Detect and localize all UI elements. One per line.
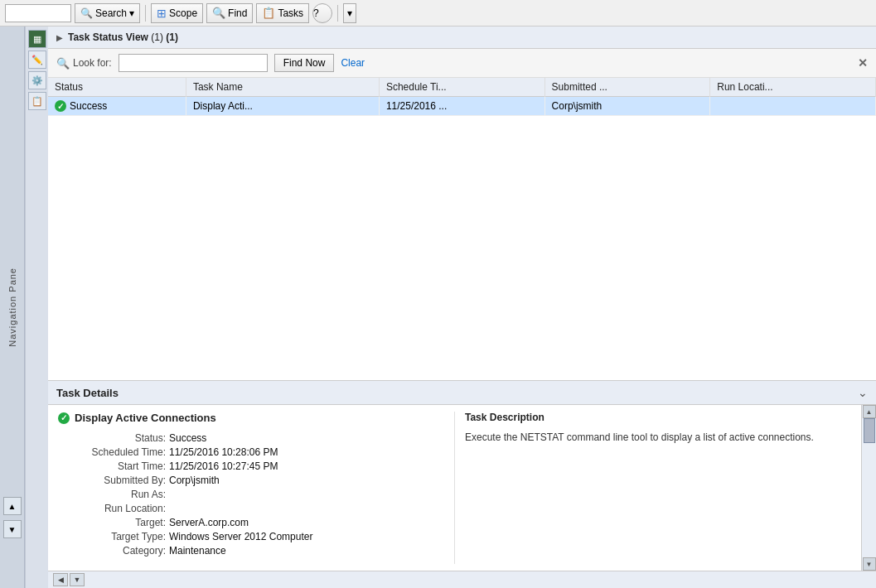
find-input[interactable] xyxy=(119,54,268,72)
collapse-arrow[interactable]: ⌄ xyxy=(858,386,868,399)
target-value: ServerA.corp.com xyxy=(169,517,444,528)
task-detail-title: Display Active Connections xyxy=(75,412,216,424)
task-desc-title: Task Description xyxy=(465,412,851,423)
task-details-content: ✓ Display Active Connections Status: Suc… xyxy=(48,405,861,571)
sidebar-icons: ▦ ✏️ ⚙️ 📋 xyxy=(25,27,48,588)
task-info-left: ✓ Display Active Connections Status: Suc… xyxy=(48,412,454,564)
table-row[interactable]: ✓ Success Display Acti... 11/25/2016 ...… xyxy=(48,97,876,116)
task-details-body: ✓ Display Active Connections Status: Suc… xyxy=(48,405,876,571)
submitted-by-value: Corp\jsmith xyxy=(169,475,444,486)
search-dropdown-icon: ▾ xyxy=(129,7,134,19)
find-button[interactable]: 🔍 Find xyxy=(206,3,253,23)
sidebar-icon-3[interactable]: ⚙️ xyxy=(28,71,46,89)
find-label-container: 🔍 Look for: xyxy=(56,57,112,70)
target-label: Target: xyxy=(58,517,166,528)
table-header-row: Status Task Name Schedule Ti... Submitte… xyxy=(48,78,876,97)
task-details-header: Task Details ⌄ xyxy=(48,381,876,405)
toolbar-divider-1 xyxy=(145,5,146,22)
target-type-label: Target Type: xyxy=(58,531,166,542)
cell-task-name: Display Acti... xyxy=(186,97,379,116)
col-header-status[interactable]: Status xyxy=(48,78,186,97)
task-details-title: Task Details xyxy=(56,387,119,399)
search-button[interactable]: 🔍 Search ▾ xyxy=(75,3,140,23)
task-status-title: Task Status View (1) (1) xyxy=(68,31,178,43)
start-time-label: Start Time: xyxy=(58,460,166,472)
find-close-button[interactable]: ✕ xyxy=(858,56,868,70)
run-location-label: Run Location: xyxy=(58,503,166,514)
nav-icon-scroll-down[interactable]: ▼ xyxy=(3,520,22,538)
status-label: Status: xyxy=(58,432,166,444)
target-type-value: Windows Server 2012 Computer xyxy=(169,531,444,542)
nav-prev-button[interactable]: ◀ xyxy=(53,573,68,586)
find-clear-link[interactable]: Clear xyxy=(341,57,365,69)
find-magnifier-icon: 🔍 xyxy=(56,57,70,70)
run-as-value xyxy=(169,489,444,500)
toolbar-search-input[interactable] xyxy=(5,4,71,22)
run-location-value xyxy=(169,503,444,514)
task-info-right: Task Description Execute the NETSTAT com… xyxy=(454,412,861,564)
sidebar-icon-1[interactable]: ▦ xyxy=(28,30,46,48)
navigation-pane: Navigation Pane ▲ ▼ xyxy=(0,27,25,588)
sidebar-icon-2[interactable]: ✏️ xyxy=(28,51,46,69)
cell-submitted-by: Corp\jsmith xyxy=(544,97,710,116)
scheduled-time-value: 11/25/2016 10:28:06 PM xyxy=(169,446,444,458)
tasks-button[interactable]: 📋 Tasks xyxy=(256,3,309,23)
expand-arrow[interactable]: ▶ xyxy=(56,33,63,42)
toolbar-divider-2 xyxy=(337,5,338,22)
nav-pane-icons: ▲ ▼ xyxy=(3,497,22,538)
col-header-run-location[interactable]: Run Locati... xyxy=(710,78,876,97)
scheduled-time-label: Scheduled Time: xyxy=(58,446,166,458)
scroll-thumb[interactable] xyxy=(864,418,875,443)
cell-run-location xyxy=(710,97,876,116)
scroll-down-button[interactable]: ▼ xyxy=(863,557,876,571)
task-table: Status Task Name Schedule Ti... Submitte… xyxy=(48,78,876,380)
content-area: ▶ Task Status View (1) (1) 🔍 Look for: F… xyxy=(48,27,876,588)
tasks-icon: 📋 xyxy=(262,7,275,19)
task-details-section: Task Details ⌄ ✓ Display Active Connecti… xyxy=(48,380,876,588)
nav-next-button[interactable]: ▼ xyxy=(70,573,85,586)
toolbar: 🔍 Search ▾ ⊞ Scope 🔍 Find 📋 Tasks ? ▾ xyxy=(0,0,876,27)
scope-button[interactable]: ⊞ Scope xyxy=(151,3,203,23)
task-desc-text: Execute the NETSTAT command line tool to… xyxy=(465,430,851,445)
status-value: Success xyxy=(169,432,444,444)
scroll-track xyxy=(864,418,875,557)
nav-icon-scroll-up[interactable]: ▲ xyxy=(3,497,22,515)
find-icon: 🔍 xyxy=(212,7,225,19)
category-value: Maintenance xyxy=(169,545,444,557)
col-header-task-name[interactable]: Task Name xyxy=(186,78,379,97)
cell-status: ✓ Success xyxy=(48,97,186,116)
submitted-by-label: Submitted By: xyxy=(58,475,166,486)
detail-scrollbar: ▲ ▼ xyxy=(861,405,876,571)
find-now-button[interactable]: Find Now xyxy=(274,54,335,72)
search-icon: 🔍 xyxy=(80,7,93,19)
start-time-value: 11/25/2016 10:27:45 PM xyxy=(169,460,444,472)
more-button[interactable]: ▾ xyxy=(343,3,356,23)
help-button[interactable]: ? xyxy=(312,3,332,23)
find-bar: 🔍 Look for: Find Now Clear ✕ xyxy=(48,49,876,78)
col-header-schedule-time[interactable]: Schedule Ti... xyxy=(379,78,544,97)
category-label: Category: xyxy=(58,545,166,557)
scroll-up-button[interactable]: ▲ xyxy=(863,405,876,418)
task-status-header: ▶ Task Status View (1) (1) xyxy=(48,27,876,49)
run-as-label: Run As: xyxy=(58,489,166,500)
task-info-title-row: ✓ Display Active Connections xyxy=(58,412,444,424)
nav-pane-label: Navigation Pane xyxy=(7,267,17,347)
task-detail-success-icon: ✓ xyxy=(58,412,70,424)
bottom-nav-area: ◀ ▼ xyxy=(48,571,876,588)
sidebar-icon-4[interactable]: 📋 xyxy=(28,92,46,110)
col-header-submitted[interactable]: Submitted ... xyxy=(544,78,710,97)
success-icon: ✓ xyxy=(55,100,66,112)
task-fields-grid: Status: Success Scheduled Time: 11/25/20… xyxy=(58,432,444,557)
scope-icon: ⊞ xyxy=(157,7,167,20)
cell-schedule-time: 11/25/2016 ... xyxy=(379,97,544,116)
